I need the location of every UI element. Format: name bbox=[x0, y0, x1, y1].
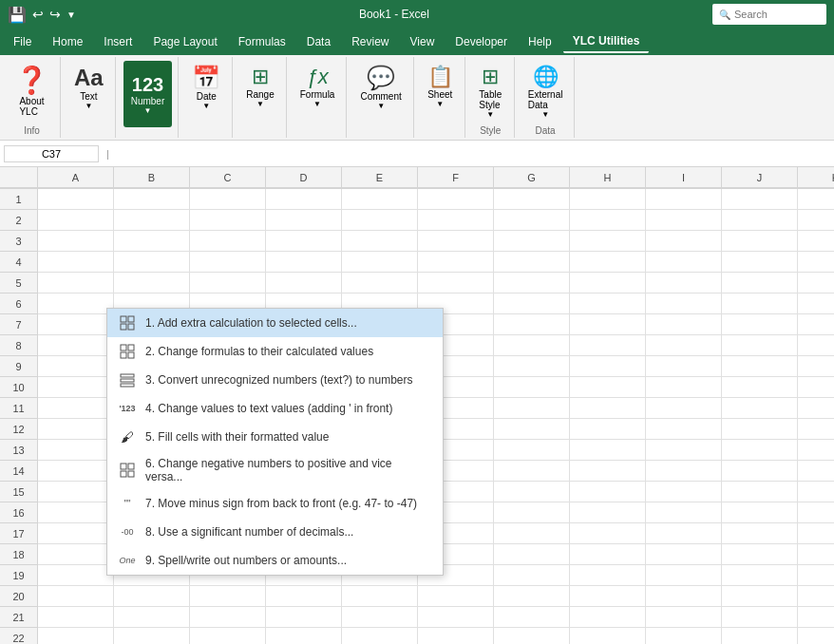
cell-F2[interactable] bbox=[418, 210, 494, 231]
number-button[interactable]: 123 Number ▼ bbox=[123, 61, 173, 127]
dropdown-arrow-icon[interactable]: ▼ bbox=[66, 9, 76, 20]
cell-F4[interactable] bbox=[418, 252, 494, 273]
cell-E3[interactable] bbox=[342, 231, 418, 252]
cell-K3[interactable] bbox=[798, 231, 834, 252]
cell-K19[interactable] bbox=[798, 565, 834, 586]
cell-A4[interactable] bbox=[38, 252, 114, 273]
cell-K14[interactable] bbox=[798, 461, 834, 482]
cell-K11[interactable] bbox=[798, 398, 834, 419]
cell-G11[interactable] bbox=[494, 398, 570, 419]
cell-E4[interactable] bbox=[342, 252, 418, 273]
cell-A10[interactable] bbox=[38, 377, 114, 398]
row-num-7[interactable]: 7 bbox=[0, 314, 38, 335]
row-num-22[interactable]: 22 bbox=[0, 628, 38, 644]
cell-C2[interactable] bbox=[190, 210, 266, 231]
row-num-5[interactable]: 5 bbox=[0, 273, 38, 294]
col-header-h[interactable]: H bbox=[570, 167, 646, 188]
row-num-4[interactable]: 4 bbox=[0, 252, 38, 273]
name-box[interactable] bbox=[4, 145, 99, 162]
cell-A20[interactable] bbox=[38, 586, 114, 607]
col-header-e[interactable]: E bbox=[342, 167, 418, 188]
cell-I17[interactable] bbox=[646, 523, 722, 544]
menu-developer[interactable]: Developer bbox=[445, 31, 517, 52]
cell-J15[interactable] bbox=[722, 482, 798, 502]
menu-home[interactable]: Home bbox=[43, 31, 92, 52]
cell-F3[interactable] bbox=[418, 231, 494, 252]
dropdown-item-3[interactable]: 3. Convert unrecognized numbers (text?) … bbox=[107, 366, 443, 394]
cell-K5[interactable] bbox=[798, 273, 834, 294]
row-num-18[interactable]: 18 bbox=[0, 544, 38, 565]
cell-J8[interactable] bbox=[722, 335, 798, 356]
cell-J14[interactable] bbox=[722, 461, 798, 482]
cell-K12[interactable] bbox=[798, 419, 834, 440]
cell-G1[interactable] bbox=[494, 189, 570, 210]
cell-E21[interactable] bbox=[342, 607, 418, 628]
cell-H22[interactable] bbox=[570, 628, 646, 644]
cell-I21[interactable] bbox=[646, 607, 722, 628]
menu-help[interactable]: Help bbox=[519, 31, 561, 52]
dropdown-item-8[interactable]: -00 8. Use a significant number of decim… bbox=[107, 518, 443, 546]
cell-I6[interactable] bbox=[646, 294, 722, 314]
menu-file[interactable]: File bbox=[4, 31, 41, 52]
dropdown-item-5[interactable]: 🖌 5. Fill cells with their formatted val… bbox=[107, 423, 443, 451]
cell-A18[interactable] bbox=[38, 544, 114, 565]
cell-I2[interactable] bbox=[646, 210, 722, 231]
cell-B2[interactable] bbox=[114, 210, 190, 231]
cell-K9[interactable] bbox=[798, 356, 834, 377]
cell-G16[interactable] bbox=[494, 502, 570, 523]
cell-H11[interactable] bbox=[570, 398, 646, 419]
cell-I3[interactable] bbox=[646, 231, 722, 252]
cell-K6[interactable] bbox=[798, 294, 834, 314]
cell-G18[interactable] bbox=[494, 544, 570, 565]
cell-F22[interactable] bbox=[418, 628, 494, 644]
cell-K20[interactable] bbox=[798, 586, 834, 607]
row-num-12[interactable]: 12 bbox=[0, 419, 38, 440]
cell-I20[interactable] bbox=[646, 586, 722, 607]
col-header-d[interactable]: D bbox=[266, 167, 342, 188]
cell-G10[interactable] bbox=[494, 377, 570, 398]
cell-D22[interactable] bbox=[266, 628, 342, 644]
cell-J16[interactable] bbox=[722, 502, 798, 523]
cell-A21[interactable] bbox=[38, 607, 114, 628]
cell-G7[interactable] bbox=[494, 314, 570, 335]
dropdown-item-4[interactable]: '123 4. Change values to text values (ad… bbox=[107, 394, 443, 423]
cell-H9[interactable] bbox=[570, 356, 646, 377]
cell-G14[interactable] bbox=[494, 461, 570, 482]
cell-H20[interactable] bbox=[570, 586, 646, 607]
cell-J13[interactable] bbox=[722, 440, 798, 461]
cell-I8[interactable] bbox=[646, 335, 722, 356]
cell-D3[interactable] bbox=[266, 231, 342, 252]
cell-K15[interactable] bbox=[798, 482, 834, 502]
cell-D4[interactable] bbox=[266, 252, 342, 273]
dropdown-item-7[interactable]: "" 7. Move minus sign from back to front… bbox=[107, 489, 443, 518]
cell-C22[interactable] bbox=[190, 628, 266, 644]
cell-A13[interactable] bbox=[38, 440, 114, 461]
cell-E22[interactable] bbox=[342, 628, 418, 644]
search-input[interactable] bbox=[734, 9, 820, 20]
menu-data[interactable]: Data bbox=[297, 31, 340, 52]
formula-input[interactable] bbox=[117, 148, 830, 160]
text-button[interactable]: Aa Text ▼ bbox=[68, 61, 109, 114]
cell-J4[interactable] bbox=[722, 252, 798, 273]
cell-K13[interactable] bbox=[798, 440, 834, 461]
cell-K8[interactable] bbox=[798, 335, 834, 356]
cell-J6[interactable] bbox=[722, 294, 798, 314]
menu-insert[interactable]: Insert bbox=[94, 31, 142, 52]
cell-E5[interactable] bbox=[342, 273, 418, 294]
cell-I19[interactable] bbox=[646, 565, 722, 586]
cell-K7[interactable] bbox=[798, 314, 834, 335]
cell-I15[interactable] bbox=[646, 482, 722, 502]
menu-ylc-utilities[interactable]: YLC Utilities bbox=[563, 30, 650, 53]
cell-B4[interactable] bbox=[114, 252, 190, 273]
cell-A17[interactable] bbox=[38, 523, 114, 544]
cell-A7[interactable] bbox=[38, 314, 114, 335]
cell-A15[interactable] bbox=[38, 482, 114, 502]
cell-G13[interactable] bbox=[494, 440, 570, 461]
save-icon[interactable]: 💾 bbox=[8, 6, 27, 24]
col-header-k[interactable]: K bbox=[798, 167, 834, 188]
menu-view[interactable]: View bbox=[401, 31, 445, 52]
cell-H18[interactable] bbox=[570, 544, 646, 565]
cell-J11[interactable] bbox=[722, 398, 798, 419]
cell-D21[interactable] bbox=[266, 607, 342, 628]
cell-I12[interactable] bbox=[646, 419, 722, 440]
